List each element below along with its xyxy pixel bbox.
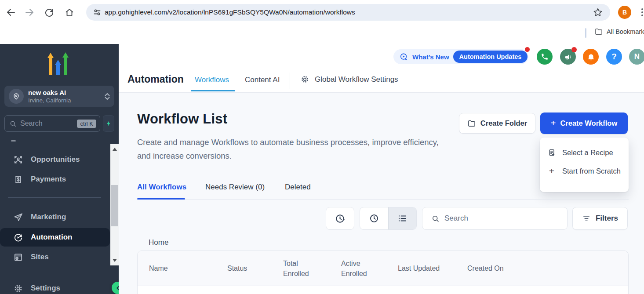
whats-new-label: What's New (412, 53, 449, 61)
browser-profile-avatar[interactable]: B (618, 6, 631, 19)
column-header-name[interactable]: Name (149, 263, 227, 273)
phone-button[interactable] (537, 49, 553, 65)
sidebar-divider (8, 197, 101, 198)
sidebar-item-payments[interactable]: Payments (0, 171, 110, 188)
folder-icon (467, 119, 476, 128)
opportunities-icon (13, 155, 23, 165)
browser-home-icon[interactable] (64, 7, 75, 18)
column-header-total-enrolled[interactable]: Total Enrolled (283, 258, 341, 279)
announcements-dot (571, 47, 577, 52)
table-body (138, 286, 628, 294)
scrolled-item-fragment (11, 140, 16, 142)
filters-label: Filters (596, 214, 618, 223)
plus-icon: + (548, 166, 556, 176)
automation-updates-badge[interactable]: Automation Updates (453, 51, 528, 63)
list-view-toggle[interactable] (388, 207, 417, 229)
subtab-all-workflows[interactable]: All Workflows (137, 183, 186, 192)
location-pin-icon (9, 89, 24, 104)
browser-reload-icon[interactable] (44, 7, 55, 18)
search-shortcut-badge: ctrl K (77, 120, 96, 128)
browser-toolbar: app.gohighlevel.com/v2/location/lnPS691g… (0, 0, 644, 25)
workflow-list-description: Create and manage Workflows to automate … (137, 135, 445, 163)
filters-button[interactable]: Filters (572, 207, 628, 230)
sidebar-item-opportunities[interactable]: Opportunities (0, 151, 110, 168)
scroll-up-arrow-icon[interactable] (113, 148, 117, 151)
subtab-deleted[interactable]: Deleted (285, 183, 311, 192)
automation-icon (13, 232, 23, 243)
column-header-active-enrolled[interactable]: Active Enrolled (341, 258, 398, 279)
whats-new-button[interactable]: What's New Automation Updates (393, 49, 528, 64)
tab-active-underline (191, 90, 235, 91)
menu-item-start-from-scratch[interactable]: + Start from Scratch (540, 162, 629, 180)
create-folder-button[interactable]: Create Folder (459, 113, 535, 134)
sidebar-item-label: Payments (31, 175, 66, 184)
create-folder-label: Create Folder (480, 119, 527, 127)
column-header-status[interactable]: Status (227, 263, 283, 273)
sidebar-scrollbar[interactable] (110, 144, 119, 265)
play-circle-icon (399, 52, 408, 62)
menu-item-label: Start from Scratch (562, 167, 621, 175)
notifications-button[interactable] (583, 49, 599, 65)
site-settings-icon[interactable] (92, 7, 102, 17)
recent-view-toggle[interactable] (360, 207, 388, 229)
browser-forward-icon[interactable] (24, 7, 35, 18)
url-text[interactable]: app.gohighlevel.com/v2/location/lnPS691g… (105, 8, 593, 16)
breadcrumb-home[interactable]: Home (149, 238, 168, 247)
history-clock-icon (335, 213, 346, 224)
sidebar-search[interactable]: ctrl K (4, 115, 100, 132)
page-title: Automation (127, 73, 184, 85)
table-header-row: Name Status Total Enrolled Active Enroll… (138, 251, 628, 286)
create-workflow-label: Create Workflow (560, 119, 617, 127)
subtab-needs-review[interactable]: Needs Review (0) (205, 183, 265, 192)
sidebar-item-label: Settings (31, 284, 60, 293)
scrollbar-thumb[interactable] (111, 185, 118, 226)
search-icon (9, 120, 17, 127)
workflow-search-input[interactable] (444, 214, 560, 223)
bookmark-star-icon[interactable] (593, 7, 603, 18)
location-city: Irvine, California (28, 97, 71, 104)
chevron-up-down-icon (105, 93, 110, 100)
browser-back-icon[interactable] (6, 7, 16, 18)
column-header-created-on[interactable]: Created On (467, 263, 628, 273)
sidebar-item-label: Automation (31, 233, 72, 242)
gear-icon (13, 283, 23, 294)
global-workflow-settings-label: Global Workflow Settings (315, 75, 398, 84)
sidebar-item-automation[interactable]: Automation (0, 228, 110, 247)
sidebar-search-input[interactable] (20, 120, 73, 127)
quick-actions-button[interactable] (103, 115, 114, 132)
browser-menu-icon[interactable] (641, 8, 643, 16)
app-header (119, 41, 644, 93)
create-workflow-dropdown: Select a Recipe + Start from Scratch (540, 138, 629, 192)
global-workflow-settings-button[interactable]: Global Workflow Settings (300, 75, 398, 84)
all-bookmarks-label: All Bookmarks (607, 28, 644, 35)
url-bar[interactable]: app.gohighlevel.com/v2/location/lnPS691g… (86, 4, 610, 21)
workflow-list-title: Workflow List (137, 111, 227, 127)
scroll-down-arrow-icon[interactable] (113, 259, 117, 262)
column-header-last-updated[interactable]: Last Updated (398, 263, 467, 273)
view-toggle-group (360, 207, 417, 230)
sidebar-item-sites[interactable]: Sites (0, 249, 110, 265)
phone-icon (541, 53, 549, 61)
question-mark-icon: ? (611, 52, 617, 62)
menu-item-select-recipe[interactable]: Select a Recipe (540, 143, 629, 162)
plus-icon: + (551, 118, 556, 128)
menu-item-label: Select a Recipe (562, 149, 613, 157)
recipe-file-plus-icon (548, 149, 556, 157)
screen: app.gohighlevel.com/v2/location/lnPS691g… (0, 0, 644, 294)
list-icon (397, 213, 408, 224)
search-icon (431, 214, 440, 223)
location-switcher[interactable]: new oaks AI Irvine, California (4, 86, 114, 107)
help-button[interactable]: ? (606, 49, 622, 65)
user-avatar[interactable]: N (629, 49, 644, 65)
workflow-search[interactable] (422, 207, 568, 230)
sidebar-item-settings[interactable]: Settings (0, 280, 110, 294)
tab-content-ai[interactable]: Content AI (245, 76, 280, 84)
sidebar-item-marketing[interactable]: Marketing (0, 209, 110, 225)
megaphone-icon (564, 53, 572, 61)
all-bookmarks-button[interactable]: All Bookmarks (594, 27, 644, 36)
execution-logs-button[interactable] (326, 207, 354, 230)
create-workflow-button[interactable]: + Create Workflow (540, 113, 628, 134)
gear-icon (300, 75, 309, 84)
tab-workflows[interactable]: Workflows (195, 76, 229, 84)
filter-lines-icon (582, 214, 591, 223)
